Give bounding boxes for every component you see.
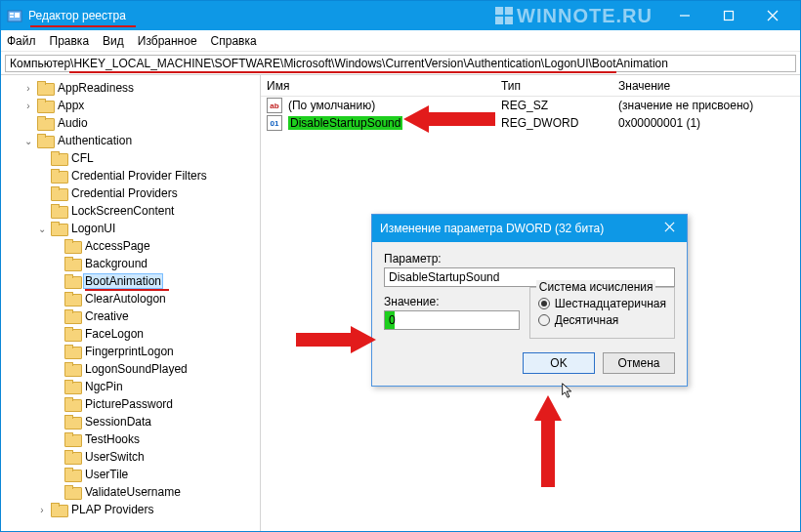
tree-label: LockScreenContent xyxy=(69,204,176,218)
tree-label: Background xyxy=(83,257,149,270)
tree-label: ClearAutologon xyxy=(83,292,168,306)
col-name[interactable]: Имя xyxy=(261,79,495,93)
folder-icon xyxy=(64,380,80,393)
tree-node-validateusername[interactable]: ValidateUsername xyxy=(3,483,260,501)
folder-icon xyxy=(51,222,66,235)
tree-node-logonsoundplayed[interactable]: LogonSoundPlayed xyxy=(3,360,260,378)
ok-button[interactable]: OK xyxy=(523,352,595,374)
tree-label: UserTile xyxy=(83,468,130,481)
menu-fav[interactable]: Избранное xyxy=(138,34,197,48)
folder-icon xyxy=(37,134,53,147)
base-legend: Система исчисления xyxy=(536,280,656,294)
cancel-button[interactable]: Отмена xyxy=(603,352,675,374)
tree-node-credential-provider-filters[interactable]: Credential Provider Filters xyxy=(3,167,260,184)
folder-icon xyxy=(51,503,66,516)
col-value[interactable]: Значение xyxy=(612,79,800,93)
tree-node-cfl[interactable]: CFL xyxy=(3,149,260,167)
svg-rect-9 xyxy=(724,12,733,20)
folder-icon xyxy=(37,99,53,112)
expand-toggle[interactable]: › xyxy=(22,83,34,94)
menu-edit[interactable]: Правка xyxy=(50,34,90,48)
col-type[interactable]: Тип xyxy=(495,79,612,93)
tree-label: Credential Provider Filters xyxy=(69,169,209,183)
list-row[interactable]: 01DisableStartupSoundREG_DWORD0x00000001… xyxy=(261,114,800,132)
svg-rect-1 xyxy=(10,13,14,15)
tree-node-usertile[interactable]: UserTile xyxy=(3,466,260,483)
folder-icon xyxy=(64,415,80,429)
tree-label: AccessPage xyxy=(83,239,152,253)
folder-icon xyxy=(64,274,80,288)
folder-icon xyxy=(64,397,80,411)
radio-dec[interactable]: Десятичная xyxy=(538,313,666,327)
tree-node-accesspage[interactable]: AccessPage xyxy=(3,237,260,255)
maximize-button[interactable] xyxy=(706,1,750,30)
list-row[interactable]: ab(По умолчанию)REG_SZ(значение не присв… xyxy=(261,97,800,114)
annotation-underline-address xyxy=(69,71,616,73)
edit-dword-dialog: Изменение параметра DWORD (32 бита) Пара… xyxy=(371,214,688,387)
tree-node-bootanimation[interactable]: BootAnimation xyxy=(3,272,260,290)
value-type: REG_SZ xyxy=(495,99,612,112)
registry-tree[interactable]: ›AppReadiness›AppxAudio⌄AuthenticationCF… xyxy=(1,75,261,531)
expand-toggle[interactable]: ⌄ xyxy=(22,136,34,146)
menu-help[interactable]: Справка xyxy=(211,34,257,48)
folder-icon xyxy=(64,485,80,499)
tree-label: LogonSoundPlayed xyxy=(83,362,190,376)
tree-label: Credential Providers xyxy=(69,186,180,200)
expand-toggle[interactable]: › xyxy=(22,101,34,111)
tree-label: CFL xyxy=(69,151,96,165)
tree-node-lockscreencontent[interactable]: LockScreenContent xyxy=(3,202,260,220)
registry-editor-window: Редактор реестра WINNOTE.RU Файл Правка … xyxy=(0,0,801,532)
tree-node-sessiondata[interactable]: SessionData xyxy=(3,413,260,430)
value-data-input[interactable] xyxy=(384,310,520,330)
radio-hex[interactable]: Шестнадцатеричная xyxy=(538,297,666,310)
tree-label: FingerprintLogon xyxy=(83,345,176,358)
tree-node-ngcpin[interactable]: NgcPin xyxy=(3,378,260,395)
folder-icon xyxy=(64,309,80,323)
tree-node-credential-providers[interactable]: Credential Providers xyxy=(3,184,260,202)
tree-node-clearautologon[interactable]: ClearAutologon xyxy=(3,290,260,307)
param-label: Параметр: xyxy=(384,252,675,266)
tree-node-userswitch[interactable]: UserSwitch xyxy=(3,448,260,466)
tree-node-authentication[interactable]: ⌄Authentication xyxy=(3,132,260,149)
tree-label: AppReadiness xyxy=(56,81,136,95)
dialog-titlebar: Изменение параметра DWORD (32 бита) xyxy=(372,215,687,242)
list-header: Имя Тип Значение xyxy=(261,75,800,97)
close-button[interactable] xyxy=(750,1,794,30)
menu-view[interactable]: Вид xyxy=(103,34,124,48)
tree-label: PLAP Providers xyxy=(69,503,156,516)
folder-icon xyxy=(64,362,80,376)
tree-label: FaceLogon xyxy=(83,327,146,341)
tree-node-audio[interactable]: Audio xyxy=(3,114,260,132)
menu-file[interactable]: Файл xyxy=(7,34,36,48)
folder-icon xyxy=(51,151,66,165)
folder-icon xyxy=(64,345,80,358)
tree-node-logonui[interactable]: ⌄LogonUI xyxy=(3,220,260,237)
address-input[interactable] xyxy=(5,55,796,72)
tree-label: SessionData xyxy=(83,415,153,429)
value-data: (значение не присвоено) xyxy=(612,99,800,112)
tree-node-picturepassword[interactable]: PicturePassword xyxy=(3,395,260,413)
tree-label: BootAnimation xyxy=(83,273,163,289)
expand-toggle[interactable]: ⌄ xyxy=(36,224,48,234)
folder-icon xyxy=(37,116,53,130)
folder-icon xyxy=(64,257,80,270)
folder-icon xyxy=(51,169,66,183)
svg-rect-3 xyxy=(15,13,20,18)
base-groupbox: Система исчисления Шестнадцатеричная Дес… xyxy=(529,287,675,339)
expand-toggle[interactable]: › xyxy=(36,505,48,515)
folder-icon xyxy=(64,432,80,446)
tree-node-background[interactable]: Background xyxy=(3,255,260,272)
folder-icon xyxy=(51,186,66,200)
tree-node-facelogon[interactable]: FaceLogon xyxy=(3,325,260,343)
tree-node-appreadiness[interactable]: ›AppReadiness xyxy=(3,79,260,97)
tree-node-fingerprintlogon[interactable]: FingerprintLogon xyxy=(3,343,260,360)
tree-label: NgcPin xyxy=(83,380,125,393)
tree-node-plap-providers[interactable]: ›PLAP Providers xyxy=(3,501,260,518)
tree-node-creative[interactable]: Creative xyxy=(3,307,260,325)
dialog-close-button[interactable] xyxy=(659,222,679,235)
tree-node-testhooks[interactable]: TestHooks xyxy=(3,430,260,448)
minimize-button[interactable] xyxy=(662,1,706,30)
tree-node-appx[interactable]: ›Appx xyxy=(3,97,260,114)
value-type-icon: 01 xyxy=(267,115,282,131)
folder-icon xyxy=(64,450,80,464)
